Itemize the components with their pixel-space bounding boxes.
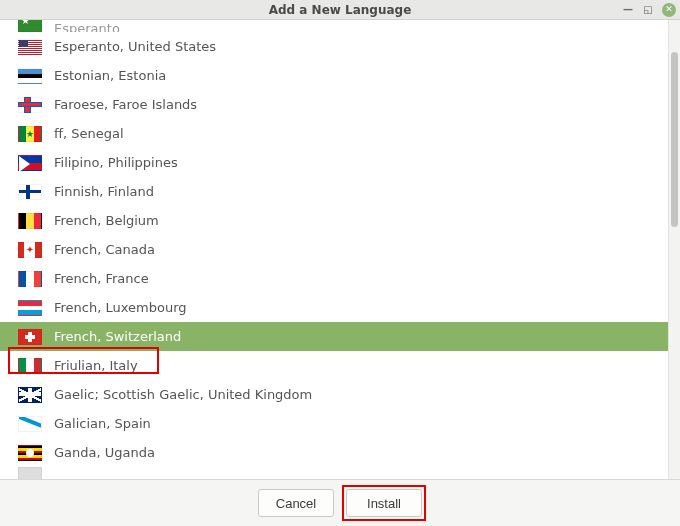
- language-row[interactable]: Esperanto, United States: [0, 32, 668, 61]
- minimize-icon[interactable]: —: [622, 4, 634, 16]
- language-list: EsperantoEsperanto, United StatesEstonia…: [0, 20, 680, 480]
- flag-icon: [18, 329, 42, 345]
- flag-icon: [18, 39, 42, 55]
- language-row[interactable]: French, Belgium: [0, 206, 668, 235]
- flag-icon: [18, 445, 42, 461]
- close-icon[interactable]: ✕: [662, 3, 676, 17]
- language-row[interactable]: French, Canada: [0, 235, 668, 264]
- language-label: Esperanto: [54, 21, 120, 32]
- flag-icon: [18, 300, 42, 316]
- dialog-window: Add a New Language — ◱ ✕ EsperantoEspera…: [0, 0, 680, 526]
- language-label: French, Canada: [54, 242, 155, 257]
- language-row[interactable]: Finnish, Finland: [0, 177, 668, 206]
- flag-icon: [18, 416, 42, 432]
- scrollbar[interactable]: [668, 20, 680, 479]
- language-label: Filipino, Philippines: [54, 155, 178, 170]
- scrollbar-thumb[interactable]: [671, 52, 678, 226]
- language-label: French, Belgium: [54, 213, 159, 228]
- language-label: Esperanto, United States: [54, 39, 216, 54]
- language-label: French, Switzerland: [54, 329, 181, 344]
- cancel-button[interactable]: Cancel: [258, 489, 334, 517]
- window-controls: — ◱ ✕: [622, 0, 676, 19]
- flag-icon: [18, 97, 42, 113]
- language-row[interactable]: Esperanto: [0, 20, 668, 32]
- install-button[interactable]: Install: [346, 489, 422, 517]
- flag-icon: [18, 387, 42, 403]
- maximize-icon[interactable]: ◱: [642, 4, 654, 16]
- language-label: Estonian, Estonia: [54, 68, 166, 83]
- language-row[interactable]: French, Luxembourg: [0, 293, 668, 322]
- flag-icon: [18, 20, 42, 32]
- window-title: Add a New Language: [269, 3, 412, 17]
- flag-icon: [18, 358, 42, 374]
- language-label: Gaelic; Scottish Gaelic, United Kingdom: [54, 387, 312, 402]
- titlebar: Add a New Language — ◱ ✕: [0, 0, 680, 20]
- language-row[interactable]: Friulian, Italy: [0, 351, 668, 380]
- button-bar: Cancel Install: [0, 480, 680, 526]
- language-row[interactable]: Faroese, Faroe Islands: [0, 90, 668, 119]
- language-row[interactable]: Estonian, Estonia: [0, 61, 668, 90]
- flag-icon: [18, 242, 42, 258]
- flag-icon: [18, 213, 42, 229]
- language-label: French, France: [54, 271, 149, 286]
- language-label: Ganda, Uganda: [54, 445, 155, 460]
- language-row[interactable]: Ganda, Uganda: [0, 438, 668, 467]
- language-label: French, Luxembourg: [54, 300, 187, 315]
- language-row[interactable]: [0, 467, 668, 479]
- flag-icon: [18, 467, 42, 479]
- language-row[interactable]: French, Switzerland: [0, 322, 668, 351]
- flag-icon: [18, 126, 42, 142]
- language-row[interactable]: Galician, Spain: [0, 409, 668, 438]
- language-label: Faroese, Faroe Islands: [54, 97, 197, 112]
- language-label: Finnish, Finland: [54, 184, 154, 199]
- language-row[interactable]: French, France: [0, 264, 668, 293]
- flag-icon: [18, 155, 42, 171]
- flag-icon: [18, 68, 42, 84]
- language-label: Friulian, Italy: [54, 358, 138, 373]
- language-row[interactable]: ff, Senegal: [0, 119, 668, 148]
- language-row[interactable]: Filipino, Philippines: [0, 148, 668, 177]
- language-label: ff, Senegal: [54, 126, 124, 141]
- language-row[interactable]: Gaelic; Scottish Gaelic, United Kingdom: [0, 380, 668, 409]
- language-label: Galician, Spain: [54, 416, 151, 431]
- flag-icon: [18, 271, 42, 287]
- flag-icon: [18, 184, 42, 200]
